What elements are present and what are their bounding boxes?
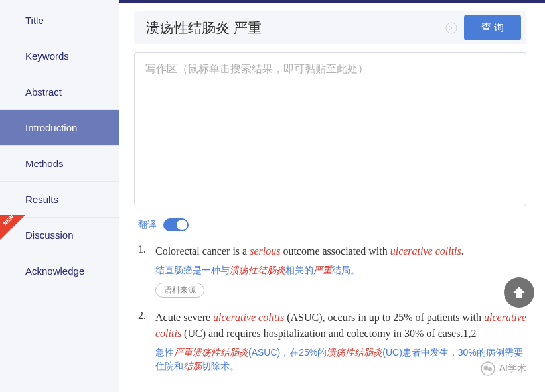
write-area[interactable]: [134, 52, 526, 206]
sidebar: Title Keywords Abstract Introduction Met…: [0, 0, 119, 392]
sidebar-item-introduction[interactable]: Introduction: [0, 110, 119, 146]
svg-point-5: [488, 367, 492, 371]
result-english: Colorectal cancer is a serious outcome a…: [155, 243, 526, 259]
results-list: 1. Colorectal cancer is a serious outcom…: [134, 243, 526, 373]
scroll-top-button[interactable]: [504, 277, 534, 308]
clear-icon[interactable]: [445, 22, 457, 34]
result-translation: 结直肠癌是一种与溃疡性结肠炎相关的严重结局。: [155, 263, 526, 277]
translate-row: 翻译: [138, 218, 526, 231]
source-button[interactable]: 语料来源: [155, 283, 204, 298]
svg-point-4: [483, 366, 488, 371]
result-item[interactable]: 1. Colorectal cancer is a serious outcom…: [138, 243, 526, 298]
result-number: 2.: [138, 310, 146, 373]
arrow-up-icon: [510, 284, 528, 301]
new-badge: NEW: [0, 215, 25, 243]
watermark: AI学术: [481, 361, 526, 376]
query-button[interactable]: 查 询: [464, 15, 521, 40]
result-body: Colorectal cancer is a serious outcome a…: [155, 243, 526, 298]
result-body: Acute severe ulcerative colitis (ASUC), …: [155, 310, 526, 373]
sidebar-item-abstract[interactable]: Abstract: [0, 74, 119, 110]
toggle-knob: [177, 220, 187, 230]
search-row: 查 询: [134, 11, 526, 44]
sidebar-item-title[interactable]: Title: [0, 3, 119, 38]
sidebar-item-results[interactable]: Results: [0, 182, 119, 218]
result-number: 1.: [138, 243, 146, 298]
wechat-icon: [481, 361, 495, 376]
watermark-text: AI学术: [499, 363, 526, 375]
translate-toggle[interactable]: [163, 218, 189, 231]
result-item[interactable]: 2. Acute severe ulcerative colitis (ASUC…: [138, 310, 526, 373]
result-english: Acute severe ulcerative colitis (ASUC), …: [155, 310, 526, 342]
translate-label: 翻译: [138, 219, 157, 231]
sidebar-item-acknowledge[interactable]: Acknowledge: [0, 253, 119, 289]
main-content: 查 询 翻译 1. Colorectal cancer is a serious…: [119, 0, 545, 392]
sidebar-item-methods[interactable]: Methods: [0, 146, 119, 182]
search-input[interactable]: [139, 16, 439, 40]
result-translation: 急性严重溃疡性结肠炎(ASUC)，在25%的溃疡性结肠炎(UC)患者中发生，30…: [155, 346, 526, 373]
sidebar-item-keywords[interactable]: Keywords: [0, 38, 119, 74]
